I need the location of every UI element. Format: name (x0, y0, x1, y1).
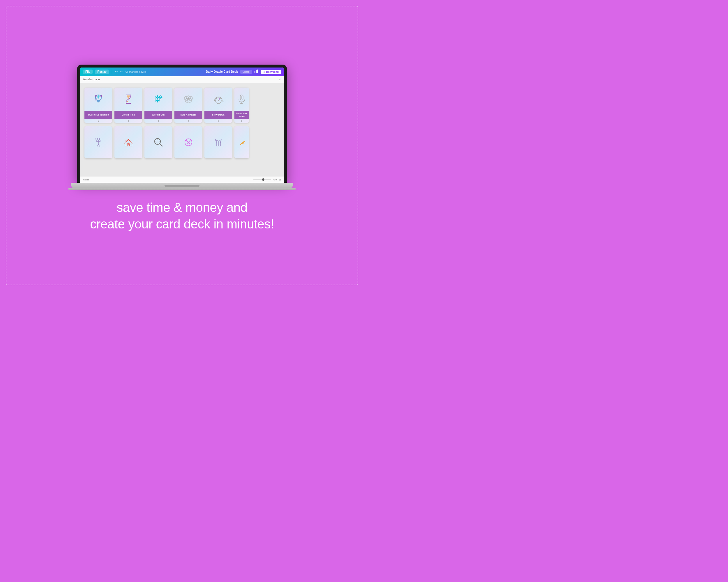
card-take-a-chance[interactable]: Take A Chance 4 (175, 88, 202, 123)
bottom-text: save time & money and create your card d… (73, 199, 291, 232)
svg-point-31 (130, 140, 131, 141)
card-x-circle[interactable] (175, 126, 202, 158)
card-label-voice: Raise Your Voice (234, 111, 249, 119)
expand-icon[interactable]: ⤢ (279, 78, 281, 81)
canva-toolbar: File Resize ↩ ↪ All changes saved Daily … (80, 67, 284, 76)
card-num-5: 5 (217, 119, 220, 123)
card-bird[interactable] (234, 126, 249, 158)
laptop-hinge (164, 185, 200, 187)
saved-text: All changes saved (125, 71, 204, 73)
card-slow-down[interactable]: 0 100 Slow Down 5 (204, 88, 232, 123)
bottom-text-line2: create your card deck in minutes! (90, 216, 274, 232)
laptop-screen: File Resize ↩ ↪ All changes saved Daily … (77, 64, 287, 183)
laptop-foot (69, 188, 295, 190)
svg-rect-2 (257, 70, 258, 73)
card-icon-microphone (234, 88, 249, 111)
card-row-1: Trust Your Intuition 1 (84, 88, 280, 123)
download-label: Download (266, 71, 279, 73)
svg-line-36 (160, 143, 162, 146)
card-icon-lightbulb (84, 88, 112, 111)
laptop-base (71, 183, 293, 188)
card-icon-hourglass (114, 88, 142, 111)
laptop-wrapper: File Resize ↩ ↪ All changes saved Daily … (69, 64, 295, 190)
card-label-chance: Take A Chance (175, 111, 202, 119)
card-figure[interactable] (84, 126, 112, 158)
deselect-page-text: Deselect page (83, 78, 100, 81)
card-work-it-out[interactable]: Work It Out 3 (145, 88, 172, 123)
file-button[interactable]: File (83, 70, 93, 74)
card-label-trust: Trust Your Intuition (84, 111, 112, 119)
zoom-percent: 73% (272, 178, 277, 181)
card-num-3: 3 (157, 119, 160, 123)
svg-point-32 (124, 143, 125, 143)
toolbar-divider (112, 70, 112, 74)
svg-point-9 (157, 99, 158, 100)
canva-canvas: Trust Your Intuition 1 (80, 83, 284, 176)
zoom-bar: 73% ⊞ (253, 178, 281, 181)
bottom-text-line1: save time & money and (90, 199, 274, 216)
card-label-work: Work It Out (145, 111, 172, 119)
download-button[interactable]: ⬇ Download (261, 70, 281, 74)
card-trust-your-intuition[interactable]: Trust Your Intuition 1 (84, 88, 112, 123)
svg-text:100: 100 (222, 101, 224, 103)
card-give-it-time[interactable]: Give It Time 2 (114, 88, 142, 123)
svg-rect-1 (256, 70, 257, 73)
svg-point-30 (125, 140, 126, 141)
notes-label: Notes (83, 178, 89, 181)
download-arrow-icon: ⬇ (263, 71, 265, 73)
canva-subtoolbar: Deselect page ⤢ (80, 76, 284, 83)
undo-icon[interactable]: ↩ (115, 70, 118, 74)
svg-point-33 (132, 143, 132, 143)
zoom-thumb (262, 178, 264, 181)
card-num-4: 4 (187, 119, 190, 123)
card-label-slow: Slow Down (204, 111, 232, 119)
document-title: Daily Oracle Card Deck (206, 70, 238, 73)
stats-icon[interactable] (254, 69, 258, 74)
card-icon-speedometer: 0 100 (204, 88, 232, 111)
card-num-6: 6 (240, 119, 243, 123)
svg-point-40 (244, 141, 245, 142)
page-view-icon[interactable]: ⊞ (279, 178, 281, 181)
svg-text:0: 0 (215, 101, 216, 103)
svg-point-19 (218, 100, 219, 101)
card-num-1: 1 (97, 119, 100, 123)
canva-bottombar: Notes 73% ⊞ (80, 176, 284, 183)
svg-point-28 (97, 138, 100, 140)
card-icon-circles (175, 88, 202, 111)
zoom-slider[interactable] (253, 179, 271, 180)
svg-point-11 (160, 96, 161, 98)
card-row-2 (84, 126, 280, 158)
card-icon-gear (145, 88, 172, 111)
card-hands[interactable] (204, 126, 232, 158)
card-raise-your-voice[interactable]: Raise Your Voice 6 (234, 88, 249, 123)
svg-point-29 (128, 143, 129, 144)
svg-rect-0 (255, 71, 255, 73)
share-button[interactable]: Share (240, 70, 252, 74)
card-label-give: Give It Time (114, 111, 142, 119)
laptop-screen-inner: File Resize ↩ ↪ All changes saved Daily … (80, 67, 284, 183)
card-num-2: 2 (127, 119, 130, 123)
resize-button[interactable]: Resize (95, 70, 109, 74)
redo-icon[interactable]: ↪ (120, 70, 123, 74)
card-home[interactable] (114, 126, 142, 158)
svg-point-35 (156, 140, 159, 143)
card-search[interactable] (145, 126, 172, 158)
